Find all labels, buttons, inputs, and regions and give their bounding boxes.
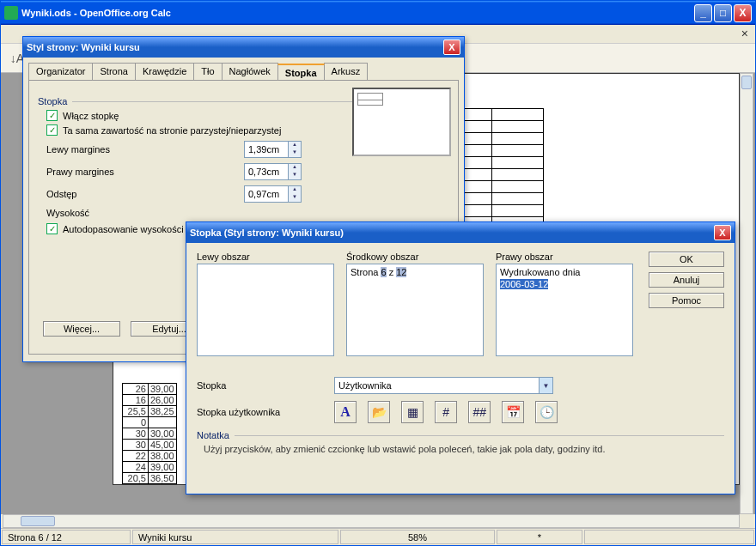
group-stopka-label: Stopka [38, 96, 67, 106]
autofit-label: Autodopasowanie wysokości [63, 224, 184, 234]
status-extra [584, 530, 754, 544]
right-area-input[interactable]: Wydrukowano dnia2006-03-12 [496, 264, 633, 356]
spacing-spinner[interactable]: ▲▼ [244, 185, 302, 203]
left-area-input[interactable] [197, 264, 334, 356]
close-button[interactable]: X [734, 4, 752, 22]
chevron-down-icon[interactable]: ▼ [539, 378, 552, 393]
note-text: Użyj przycisków, aby zmienić czcionkę lu… [204, 444, 724, 454]
status-sheet: Wyniki kursu [132, 530, 338, 544]
status-page: Strona 6 / 12 [2, 530, 131, 544]
app-title: Wyniki.ods - OpenOffice.org Calc [21, 8, 171, 18]
left-area-label: Lewy obszar [197, 252, 334, 262]
vertical-scrollbar[interactable] [740, 73, 753, 514]
ok-button[interactable]: OK [649, 252, 724, 267]
tab-organizator[interactable]: Organizator [28, 63, 93, 80]
page-number-icon[interactable]: # [435, 401, 457, 423]
tab-arkusz[interactable]: Arkusz [324, 63, 369, 80]
footer-preview [352, 88, 451, 156]
same-content-checkbox[interactable]: ✓ [46, 124, 58, 136]
tab-tlo[interactable]: Tło [193, 63, 222, 80]
spacing-label: Odstęp [46, 189, 244, 199]
tab-strona[interactable]: Strona [92, 63, 135, 80]
right-margin-spinner[interactable]: ▲▼ [244, 163, 302, 180]
page-style-titlebar[interactable]: Styl strony: Wyniki kursu X [23, 37, 464, 58]
left-margin-label: Lewy margines [46, 144, 244, 155]
right-margin-label: Prawy margines [46, 167, 244, 177]
open-file-icon[interactable]: 📂 [368, 401, 390, 423]
tab-krawedzie[interactable]: Krawędzie [135, 63, 194, 80]
status-modified: * [497, 530, 582, 544]
enable-footer-checkbox[interactable]: ✓ [46, 110, 58, 121]
sheet-name-icon[interactable]: ▦ [401, 401, 424, 423]
page-style-close-button[interactable]: X [443, 39, 460, 55]
left-margin-spinner[interactable]: ▲▼ [244, 141, 302, 158]
spin-down-icon[interactable]: ▼ [289, 194, 301, 202]
right-area-label: Prawy obszar [496, 252, 633, 262]
status-zoom[interactable]: 58% [340, 530, 495, 544]
footer-edit-titlebar[interactable]: Stopka (Styl strony: Wyniki kursu) X [186, 222, 735, 243]
spin-up-icon[interactable]: ▲ [289, 164, 301, 172]
center-area-input[interactable]: Strona 6 z 12 [346, 264, 484, 356]
horizontal-scrollbar[interactable] [3, 514, 740, 528]
spin-down-icon[interactable]: ▼ [289, 172, 301, 179]
spin-up-icon[interactable]: ▲ [289, 186, 301, 194]
font-icon[interactable]: A [334, 401, 357, 423]
right-margin-input[interactable] [245, 164, 288, 179]
page-style-title: Styl strony: Wyniki kursu [27, 42, 140, 52]
spacing-input[interactable] [245, 186, 288, 202]
statusbar: Strona 6 / 12 Wyniki kursu 58% * [1, 528, 755, 545]
app-icon [4, 6, 18, 20]
tabs-row: Organizator Strona Krawędzie Tło Nagłówe… [23, 58, 464, 80]
enable-footer-label: Włącz stopkę [63, 111, 119, 121]
close-doc-icon[interactable]: × [741, 27, 748, 40]
tab-stopka[interactable]: Stopka [277, 64, 325, 81]
date-field: 2006-03-12 [500, 279, 548, 289]
spin-down-icon[interactable]: ▼ [289, 149, 301, 157]
center-area-label: Środkowy obszar [346, 252, 484, 262]
footer-combo-label: Stopka [197, 380, 334, 391]
footer-combo-input[interactable] [335, 378, 539, 393]
footer-edit-close-button[interactable]: X [714, 225, 731, 240]
tab-naglowek[interactable]: Nagłówek [222, 63, 278, 80]
same-content-label: Ta sama zawartość na stronie parzystej/n… [63, 125, 281, 136]
app-titlebar[interactable]: Wyniki.ods - OpenOffice.org Calc _ □ X [1, 1, 755, 25]
time-icon[interactable]: 🕒 [535, 401, 558, 423]
footer-combo[interactable]: ▼ [334, 377, 553, 394]
footer-edit-title: Stopka (Styl strony: Wyniki kursu) [190, 228, 344, 238]
footer-edit-dialog: Stopka (Styl strony: Wyniki kursu) X Lew… [186, 221, 735, 494]
page-count-field: 12 [396, 267, 406, 277]
user-footer-label: Stopka użytkownika [197, 407, 334, 417]
help-button[interactable]: Pomoc [649, 293, 724, 308]
height-label: Wysokość [46, 208, 244, 218]
spin-up-icon[interactable]: ▲ [289, 142, 301, 149]
maximize-button[interactable]: □ [714, 4, 732, 22]
more-button[interactable]: Więcej... [43, 321, 120, 337]
note-label: Notatka [197, 430, 229, 440]
page-count-icon[interactable]: ## [468, 401, 491, 423]
mini-table: 2639,00 1626,00 25,538,25 0 3030,00 3045… [122, 383, 177, 484]
date-icon[interactable]: 📅 [502, 401, 524, 423]
left-margin-input[interactable] [245, 142, 288, 157]
autofit-checkbox[interactable]: ✓ [46, 223, 58, 234]
cancel-button[interactable]: Anuluj [649, 272, 724, 288]
minimize-button[interactable]: _ [694, 4, 712, 22]
